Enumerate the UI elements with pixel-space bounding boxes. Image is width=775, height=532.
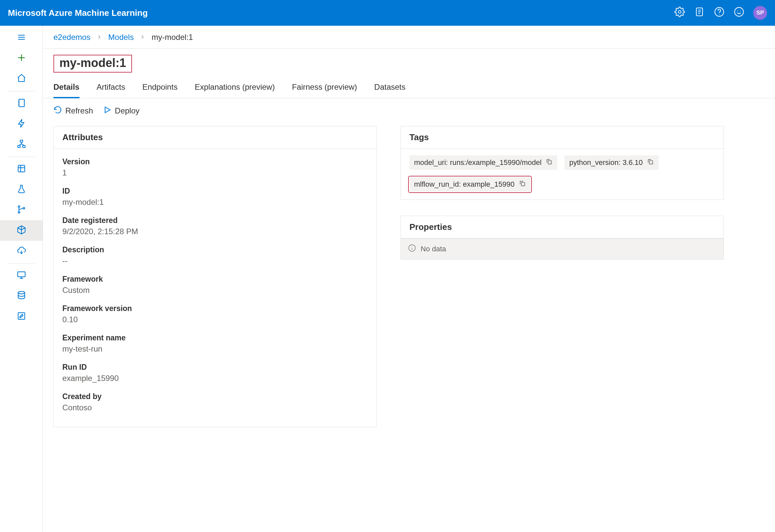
svg-rect-37 bbox=[548, 161, 552, 164]
tag-chip: mlflow_run_id: example_15990 bbox=[410, 177, 531, 192]
chevron-right-icon bbox=[96, 33, 102, 42]
attribute-label: Experiment name bbox=[62, 333, 368, 342]
feedback-button[interactable] bbox=[733, 7, 745, 18]
tag-chip: python_version: 3.6.10 bbox=[565, 155, 659, 170]
attribute-row: Date registered9/2/2020, 2:15:28 PM bbox=[62, 213, 368, 242]
attribute-value: my-model:1 bbox=[62, 196, 368, 207]
header-actions: SP bbox=[674, 6, 767, 20]
attribute-value: Custom bbox=[62, 284, 368, 295]
attribute-row: Created byContoso bbox=[62, 389, 368, 418]
cloud-icon bbox=[16, 245, 26, 257]
play-icon bbox=[103, 106, 111, 116]
plus-icon bbox=[16, 53, 26, 64]
hamburger-icon bbox=[16, 32, 26, 44]
dataset-icon bbox=[16, 164, 26, 175]
settings-button[interactable] bbox=[674, 7, 685, 18]
attribute-value: my-test-run bbox=[62, 342, 368, 354]
branch-icon bbox=[16, 204, 26, 216]
tabs: Details Artifacts Endpoints Explanations… bbox=[43, 73, 775, 98]
deploy-label: Deploy bbox=[115, 106, 139, 115]
svg-rect-31 bbox=[17, 272, 25, 277]
tab-explanations[interactable]: Explanations (preview) bbox=[195, 82, 275, 98]
properties-title: Properties bbox=[401, 216, 724, 238]
svg-marker-36 bbox=[105, 107, 110, 112]
help-icon bbox=[714, 7, 725, 19]
svg-rect-20 bbox=[17, 145, 20, 147]
svg-point-8 bbox=[737, 11, 738, 11]
top-header: Microsoft Azure Machine Learning SP bbox=[0, 0, 775, 26]
attribute-label: Created by bbox=[62, 392, 368, 401]
svg-point-42 bbox=[412, 246, 413, 247]
tag-text: python_version: 3.6.10 bbox=[569, 158, 643, 167]
svg-rect-19 bbox=[20, 140, 23, 142]
svg-rect-38 bbox=[649, 161, 653, 164]
rail-experiments[interactable] bbox=[0, 179, 43, 200]
attribute-row: Framework version0.10 bbox=[62, 301, 368, 330]
rail-compute[interactable] bbox=[0, 266, 43, 286]
info-icon bbox=[408, 244, 416, 254]
svg-rect-15 bbox=[19, 99, 24, 107]
attributes-card: Attributes Version1IDmy-model:1Date regi… bbox=[53, 126, 377, 427]
notebook-icon bbox=[16, 98, 26, 109]
help-button[interactable] bbox=[714, 7, 725, 18]
breadcrumb-section[interactable]: Models bbox=[108, 33, 134, 42]
rail-designer[interactable] bbox=[0, 134, 43, 155]
tag-chip: model_uri: runs:/example_15990/model bbox=[410, 155, 557, 170]
rail-automl[interactable] bbox=[0, 114, 43, 134]
breadcrumb: e2edemos Models my-model:1 bbox=[43, 26, 775, 49]
svg-point-0 bbox=[678, 11, 681, 13]
tab-details[interactable]: Details bbox=[53, 82, 79, 98]
rail-pipelines[interactable] bbox=[0, 200, 43, 220]
no-data-label: No data bbox=[421, 245, 446, 253]
rail-labeling[interactable] bbox=[0, 306, 43, 327]
svg-point-29 bbox=[18, 211, 20, 213]
rail-endpoints[interactable] bbox=[0, 241, 43, 261]
attribute-row: Description-- bbox=[62, 242, 368, 271]
avatar-initials: SP bbox=[757, 10, 764, 16]
rail-divider bbox=[7, 157, 35, 157]
attribute-label: Framework version bbox=[62, 304, 368, 313]
attribute-row: Run IDexample_15990 bbox=[62, 360, 368, 389]
breadcrumb-current: my-model:1 bbox=[151, 33, 193, 42]
page-title: my-model:1 bbox=[53, 55, 132, 73]
copy-icon[interactable] bbox=[647, 158, 654, 167]
rail-home[interactable] bbox=[0, 69, 43, 89]
attribute-label: Framework bbox=[62, 275, 368, 284]
tab-artifacts[interactable]: Artifacts bbox=[97, 82, 125, 98]
rail-menu-toggle[interactable] bbox=[0, 28, 43, 48]
rail-notebooks[interactable] bbox=[0, 93, 43, 114]
svg-point-28 bbox=[18, 206, 20, 207]
copy-icon[interactable] bbox=[519, 180, 526, 189]
attribute-label: Date registered bbox=[62, 216, 368, 225]
attribute-label: Run ID bbox=[62, 363, 368, 372]
properties-empty: No data bbox=[401, 238, 724, 259]
attribute-value: 0.10 bbox=[62, 313, 368, 324]
rail-models[interactable] bbox=[0, 220, 43, 241]
refresh-button[interactable]: Refresh bbox=[53, 106, 93, 116]
tab-endpoints[interactable]: Endpoints bbox=[142, 82, 177, 98]
tab-datasets[interactable]: Datasets bbox=[374, 82, 406, 98]
cube-icon bbox=[16, 225, 26, 236]
attribute-value: 1 bbox=[62, 166, 368, 177]
action-bar: Refresh Deploy bbox=[43, 98, 775, 126]
properties-card: Properties No data bbox=[401, 216, 724, 260]
rail-datasets[interactable] bbox=[0, 159, 43, 179]
user-avatar[interactable]: SP bbox=[753, 6, 767, 20]
tab-fairness[interactable]: Fairness (preview) bbox=[292, 82, 357, 98]
refresh-icon bbox=[53, 106, 62, 116]
attribute-row: Experiment namemy-test-run bbox=[62, 330, 368, 360]
copy-icon[interactable] bbox=[545, 158, 553, 167]
rail-new[interactable] bbox=[0, 48, 43, 69]
smile-icon bbox=[734, 7, 744, 19]
clipboard-list-icon bbox=[694, 7, 705, 19]
refresh-label: Refresh bbox=[65, 106, 93, 115]
svg-point-30 bbox=[23, 207, 25, 209]
database-icon bbox=[16, 291, 26, 302]
chevron-right-icon bbox=[139, 33, 145, 42]
breadcrumb-workspace[interactable]: e2edemos bbox=[53, 33, 90, 42]
diagnostics-button[interactable] bbox=[694, 7, 705, 18]
attribute-row: IDmy-model:1 bbox=[62, 183, 368, 213]
deploy-button[interactable]: Deploy bbox=[103, 106, 139, 116]
rail-datastores[interactable] bbox=[0, 286, 43, 306]
attribute-value: 9/2/2020, 2:15:28 PM bbox=[62, 225, 368, 236]
